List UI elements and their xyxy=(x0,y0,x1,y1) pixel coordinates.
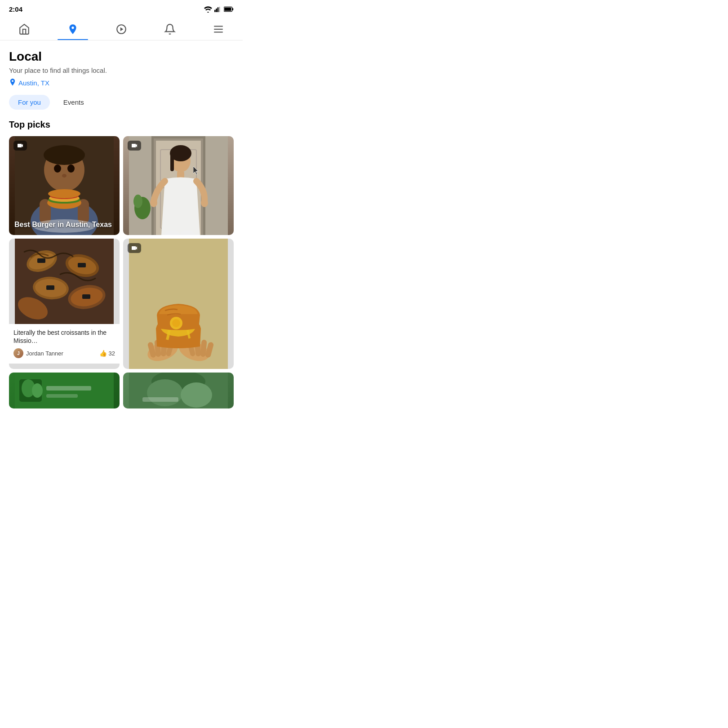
fashion-illustration xyxy=(123,136,234,235)
card-3-title: Literally the best croissants in the Mis… xyxy=(13,328,115,345)
nav-item-notifications[interactable] xyxy=(155,21,185,37)
svg-rect-35 xyxy=(170,153,174,171)
svg-point-79 xyxy=(181,382,212,408)
svg-point-14 xyxy=(44,145,85,165)
watch-icon xyxy=(115,23,128,36)
status-icons xyxy=(204,6,234,13)
nav-item-menu[interactable] xyxy=(203,21,234,37)
svg-point-26 xyxy=(62,174,67,178)
home-icon xyxy=(18,23,31,36)
card-croissant[interactable]: Literally the best croissants in the Mis… xyxy=(9,239,120,369)
thumbs-up-icon: 👍 xyxy=(99,350,107,357)
croissant-illustration xyxy=(9,239,120,324)
location-text: Austin, TX xyxy=(18,79,49,87)
status-time: 2:04 xyxy=(9,5,22,13)
tab-for-you[interactable]: For you xyxy=(9,95,50,110)
author-name: Jordan Tanner xyxy=(26,350,63,357)
bottom-picks-grid: Literally the best croissants in the Mis… xyxy=(9,239,234,369)
card-3-author: J Jordan Tanner xyxy=(13,348,63,358)
page-title: Local xyxy=(9,49,234,64)
card-3-info: Literally the best croissants in the Mis… xyxy=(9,324,120,364)
page-subtitle: Your place to find all things local. xyxy=(9,67,234,74)
location-pin-icon xyxy=(9,79,16,87)
svg-point-73 xyxy=(32,383,43,398)
nav-item-watch[interactable] xyxy=(106,21,137,37)
svg-rect-1 xyxy=(216,9,217,12)
svg-rect-80 xyxy=(142,397,178,402)
local-icon xyxy=(67,23,79,36)
svg-point-40 xyxy=(133,195,142,208)
svg-point-69 xyxy=(172,319,180,327)
video-icon-4 xyxy=(128,243,141,253)
video-play-icon-4 xyxy=(131,244,138,252)
location-row[interactable]: Austin, TX xyxy=(9,79,234,87)
wifi-icon xyxy=(204,6,212,13)
svg-point-22 xyxy=(48,189,80,198)
battery-icon xyxy=(224,6,234,12)
svg-point-78 xyxy=(147,379,183,406)
partial-card-1-img xyxy=(9,373,120,408)
partial-card-1[interactable] xyxy=(9,373,120,408)
bell-icon xyxy=(164,23,176,36)
like-number: 32 xyxy=(109,350,115,357)
video-icon-2 xyxy=(128,141,141,151)
svg-point-24 xyxy=(54,164,61,173)
svg-rect-56 xyxy=(82,294,90,299)
card-fashion[interactable] xyxy=(123,136,234,235)
card-3-footer: J Jordan Tanner 👍 32 xyxy=(13,348,115,358)
svg-marker-8 xyxy=(120,27,124,31)
card-burger[interactable]: Best Burger in Austin, Texas xyxy=(9,136,120,235)
nav-item-home[interactable] xyxy=(9,21,40,37)
svg-rect-75 xyxy=(46,394,78,398)
svg-point-37 xyxy=(150,198,157,207)
status-bar: 2:04 xyxy=(0,0,243,17)
fashion-image xyxy=(123,136,234,235)
partial-card-2-img xyxy=(123,373,234,408)
card-1-overlay: Best Burger in Austin, Texas xyxy=(14,220,114,230)
svg-point-25 xyxy=(67,164,75,173)
svg-rect-3 xyxy=(219,7,220,12)
nav-item-local[interactable] xyxy=(58,21,88,37)
signal-icon xyxy=(214,6,222,13)
svg-rect-6 xyxy=(224,8,231,11)
toast-illustration xyxy=(123,239,234,369)
main-content: Local Your place to find all things loca… xyxy=(0,40,243,408)
svg-rect-2 xyxy=(218,7,219,12)
section-title: Top picks xyxy=(9,120,234,130)
menu-icon xyxy=(212,23,225,36)
video-play-icon-2 xyxy=(131,142,138,149)
svg-rect-55 xyxy=(46,285,54,290)
svg-point-38 xyxy=(201,198,208,207)
croissant-image-wrapper xyxy=(9,239,120,324)
video-icon-1 xyxy=(13,141,27,151)
svg-rect-5 xyxy=(232,8,233,10)
svg-rect-74 xyxy=(46,386,91,391)
filter-tabs: For you Events xyxy=(9,95,234,110)
tab-events[interactable]: Events xyxy=(54,95,93,110)
svg-rect-54 xyxy=(78,263,86,267)
like-count: 👍 32 xyxy=(99,350,115,357)
toast-image-wrapper xyxy=(123,239,234,369)
partial-card-2[interactable] xyxy=(123,373,234,408)
partial-bottom-row xyxy=(9,373,234,408)
top-picks-grid: Best Burger in Austin, Texas xyxy=(9,136,234,235)
svg-rect-53 xyxy=(37,258,45,263)
card-toast[interactable] xyxy=(123,239,234,369)
author-avatar: J xyxy=(13,348,23,358)
video-play-icon xyxy=(17,142,24,149)
card-1-title: Best Burger in Austin, Texas xyxy=(14,221,112,228)
svg-rect-0 xyxy=(214,9,216,12)
nav-bar xyxy=(0,17,243,40)
